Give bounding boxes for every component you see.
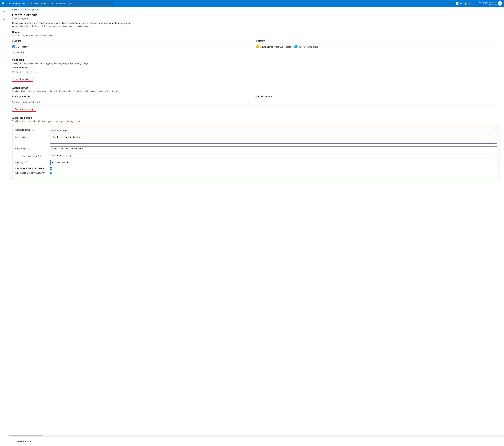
alert-name-checkmark: ✓ — [494, 129, 496, 131]
action-learn-more-link[interactable]: Learn more — [109, 90, 120, 93]
notifications-icon[interactable]: 🔔 — [464, 2, 467, 5]
sidebar-home-icon[interactable]: ⌂ — [1, 8, 7, 15]
nav-icons: ⬜ ⊞ 🔔 ⚙ ? ☺ bailey@contoso.com CONTOSO B — [456, 1, 502, 5]
resource-icon-circle — [12, 45, 16, 48]
resource-group-row: └ Resource group * ⓘ ADT-resource-group — [15, 153, 497, 158]
alert-name-input[interactable] — [50, 128, 497, 132]
severity-select[interactable]: 0 - Critical1 - Error2 - Warning3 - Info… — [50, 160, 497, 165]
scope-title: Scope — [12, 31, 500, 34]
intro-text: Create an alert rule to identify and add… — [12, 22, 500, 24]
alert-details-title: Alert rule details — [12, 116, 500, 119]
enable-alert-row: Enable alert rule upon creation — [15, 167, 497, 169]
resolve-info-icon[interactable]: ⓘ — [42, 171, 45, 174]
action-table-header: Action group name Contains actions — [12, 94, 500, 99]
rg-required-star: * — [38, 155, 39, 157]
app-body: ⌂ ☰ Home › ADT-instance | Alerts › Creat… — [0, 7, 504, 446]
main-scroll[interactable]: Create an alert rule to identify and add… — [8, 22, 504, 435]
enable-alert-checkbox[interactable] — [50, 167, 53, 169]
alert-name-label: Alert rule name * ⓘ — [15, 128, 49, 131]
scope-desc: Select the target resource you wish to m… — [12, 35, 500, 37]
bottom-bar: Create alert rule — [8, 437, 504, 446]
action-group-section: Action group Send notifications or invok… — [12, 86, 500, 112]
subscription-select-container: Azure Digital Twins Subscription — [50, 146, 497, 151]
resource-name-cell: ADT-instance — [12, 45, 256, 48]
portal-icon[interactable]: ⊞ — [460, 2, 462, 5]
select-condition-button[interactable]: Select condition — [12, 77, 33, 81]
col-hierarchy: Hierarchy — [256, 40, 500, 42]
panel-header: Create alert rule Rules management ✕ — [8, 12, 504, 22]
resource-group-select-wrap: ADT-resource-group — [50, 153, 497, 158]
alert-name-row: Alert rule name * ⓘ ✓ — [15, 128, 497, 132]
user-email: bailey@contoso.com — [480, 1, 497, 3]
required-star: * — [31, 129, 31, 131]
subscription-label: Subscription ⓘ — [15, 146, 49, 150]
resource-name: ADT-instance — [17, 46, 30, 48]
top-navigation: ☰ Microsoft Azure 🔍 ⬜ ⊞ 🔔 ⚙ ? ☺ bailey@c… — [0, 0, 504, 7]
close-icon[interactable]: ✕ — [497, 13, 500, 17]
hierarchy-chevron: › — [292, 46, 293, 48]
horizontal-scrollbar[interactable] — [8, 435, 504, 437]
intro-note: When defining the alert rule, check that… — [12, 25, 500, 27]
avatar[interactable]: B — [498, 1, 502, 5]
action-group-title: Action group — [12, 86, 500, 89]
subscription-select[interactable]: Azure Digital Twins Subscription — [50, 146, 497, 151]
scope-section: Scope Select the target resource you wis… — [12, 31, 500, 54]
subscription-select-wrap: Azure Digital Twins Subscription — [50, 146, 497, 151]
feedback-icon[interactable]: ⬜ — [456, 2, 459, 5]
content-area: Home › ADT-instance | Alerts › Create al… — [8, 7, 504, 446]
resource-table-header: Resource Hierarchy — [12, 39, 500, 43]
settings-icon[interactable]: ⚙ — [468, 2, 471, 5]
sidebar-menu-icon[interactable]: ☰ — [1, 16, 7, 22]
breadcrumb-sep-1: › — [18, 8, 19, 11]
breadcrumb-alerts[interactable]: ADT-instance | Alerts — [19, 8, 38, 11]
hamburger-icon[interactable]: ☰ — [2, 2, 4, 5]
severity-info-icon[interactable]: ⓘ — [25, 161, 27, 164]
help-icon[interactable]: ? — [472, 2, 474, 5]
user-org: CONTOSO — [480, 3, 497, 5]
col-ag-actions: Contains actions — [256, 95, 500, 98]
name-info-icon[interactable]: ⓘ — [32, 129, 34, 131]
description-input[interactable] — [50, 135, 497, 144]
alert-details-section: Alert rule details Provide details on yo… — [12, 116, 500, 179]
action-no-selection: No action group selected yet — [12, 101, 256, 103]
resource-table: Resource Hierarchy ADT-instance 💡 Azu — [12, 39, 500, 50]
page-title: Create alert rule — [12, 13, 38, 17]
col-ag-name: Action group name — [12, 95, 256, 98]
action-group-desc: Send notifications or invoke actions whe… — [12, 90, 500, 93]
breadcrumb-home[interactable]: Home — [12, 8, 18, 11]
rg-info-icon[interactable]: ⓘ — [40, 155, 41, 157]
search-icon: 🔍 — [30, 2, 33, 4]
hierarchy-subscription: Azure Digital Twins Subscription — [260, 46, 291, 48]
resource-group-indent: └ Resource group * ⓘ — [15, 154, 41, 158]
breadcrumb: Home › ADT-instance | Alerts › — [8, 7, 504, 12]
page-subtitle: Rules management — [12, 17, 38, 20]
smiley-icon[interactable]: ☺ — [475, 2, 478, 5]
scrollbar-thumb[interactable] — [9, 435, 43, 436]
user-menu[interactable]: bailey@contoso.com CONTOSO B — [480, 1, 502, 5]
action-no-selection-row: No action group selected yet — [12, 99, 500, 105]
subscription-info-icon[interactable]: ⓘ — [28, 147, 30, 150]
condition-desc: Configure when the alert rule should tri… — [12, 62, 500, 65]
edit-resource-link[interactable]: Edit resource — [12, 51, 24, 54]
enable-label: Enable alert rule upon creation — [15, 167, 49, 169]
hierarchy-cell: 💡 Azure Digital Twins Subscription › ⬡ A… — [256, 45, 500, 48]
search-bar[interactable]: 🔍 — [29, 1, 113, 6]
learn-more-link[interactable]: Learn more — [120, 22, 131, 24]
condition-field-label: Condition name — [12, 67, 500, 69]
hierarchy-rg-icon: ⬡ — [294, 45, 298, 48]
severity-label: Severity * ⓘ — [15, 160, 49, 164]
auto-resolve-checkbox[interactable] — [50, 172, 53, 174]
hierarchy-resource-group: ADT-resource-group — [299, 46, 318, 48]
panel-title-group: Create alert rule Rules management — [12, 13, 38, 20]
resource-group-select[interactable]: ADT-resource-group — [50, 153, 497, 158]
condition-title: Condition — [12, 58, 500, 61]
alert-details-box: Alert rule name * ⓘ ✓ — [12, 125, 500, 179]
select-action-group-button[interactable]: Select action group — [12, 107, 36, 112]
description-row: Description ✓ — [15, 135, 497, 144]
search-input[interactable] — [34, 2, 111, 4]
alert-details-desc: Provide details on your alert rule so th… — [12, 120, 500, 123]
condition-no-selection: No condition selected yet — [12, 70, 500, 75]
create-alert-rule-button[interactable]: Create alert rule — [12, 439, 35, 444]
severity-select-wrap: 0 - Critical1 - Error2 - Warning3 - Info… — [50, 160, 497, 165]
hierarchy-subscription-icon: 💡 — [256, 45, 259, 48]
